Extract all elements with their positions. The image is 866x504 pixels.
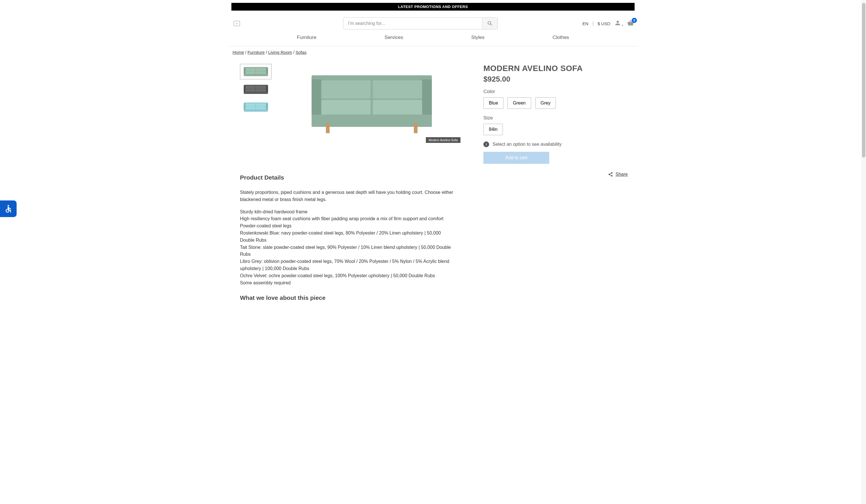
color-option-green[interactable]: Green xyxy=(508,97,531,109)
user-menu[interactable]: ▾ xyxy=(614,20,623,27)
love-heading: What we love about this piece xyxy=(240,294,455,301)
language-selector[interactable]: EN xyxy=(582,21,588,26)
svg-point-1 xyxy=(8,205,9,206)
product-details: Product Details Stately proportions, pip… xyxy=(229,174,463,301)
share-icon xyxy=(608,172,613,177)
thumbnail-1[interactable] xyxy=(240,64,271,79)
detail-line: Sturdy kiln-dried hardwood frame xyxy=(240,209,455,216)
product-area: Modern Avelino Sofa MODERN AVELINO SOFA … xyxy=(229,58,637,177)
nav-clothes[interactable]: Clothes xyxy=(553,35,569,41)
divider: | xyxy=(592,21,594,26)
search-button[interactable] xyxy=(482,18,498,29)
nav-furniture[interactable]: Furniture xyxy=(297,35,317,41)
breadcrumb-sofas[interactable]: Sofas xyxy=(296,50,307,55)
search-input[interactable] xyxy=(343,18,482,29)
availability-row: i Select an option to see availability xyxy=(484,142,633,147)
logo-image-icon xyxy=(234,21,240,26)
search-icon xyxy=(487,20,493,27)
color-option-blue[interactable]: Blue xyxy=(484,97,503,109)
color-label: Color xyxy=(484,89,633,94)
size-label: Size xyxy=(484,115,633,121)
accessibility-icon xyxy=(4,204,13,213)
thumbnail-list xyxy=(240,64,271,177)
user-icon xyxy=(614,20,621,26)
detail-line: High resiliency foam seat cushions with … xyxy=(240,215,455,223)
detail-line: Some assembly required xyxy=(240,280,455,287)
details-intro: Stately proportions, piped cushions and … xyxy=(240,189,455,203)
breadcrumb: Home/Furniture/Living Room/Sofas xyxy=(229,46,637,58)
breadcrumb-living-room[interactable]: Living Room xyxy=(268,50,292,55)
scrollbar[interactable] xyxy=(862,0,866,301)
share-label: Share xyxy=(615,172,628,177)
cart-badge: 0 xyxy=(632,18,637,23)
promo-banner[interactable]: LATEST PROMOTIONS AND OFFERS xyxy=(231,3,635,11)
details-list: Sturdy kiln-dried hardwood frame High re… xyxy=(240,209,455,287)
detail-line: Powder-coated steel legs xyxy=(240,223,455,229)
detail-line: Libro Grey: oblivion powder-coated steel… xyxy=(240,258,455,272)
add-to-cart-button[interactable]: Add to cart xyxy=(484,152,549,164)
thumbnail-2[interactable] xyxy=(240,82,271,97)
svg-point-0 xyxy=(236,23,236,23)
header-right: EN | $ USD ▾ 0 xyxy=(582,20,634,27)
detail-line: Tait Stone: slate powder-coated steel le… xyxy=(240,244,455,258)
breadcrumb-home[interactable]: Home xyxy=(233,50,244,55)
color-option-grey[interactable]: Grey xyxy=(535,97,556,109)
product-main-image[interactable]: Modern Avelino Sofa xyxy=(283,64,460,138)
detail-line: Rostenkowski Blue: navy powder-coated st… xyxy=(240,229,455,244)
size-option-84in[interactable]: 84in xyxy=(484,124,503,135)
product-title: MODERN AVELINO SOFA xyxy=(484,64,633,73)
main-nav: Furniture Services Styles Clothes xyxy=(229,35,637,46)
product-price: $925.00 xyxy=(484,75,633,83)
nav-styles[interactable]: Styles xyxy=(471,35,484,41)
availability-text: Select an option to see availability xyxy=(492,142,562,147)
chevron-down-icon: ▾ xyxy=(622,24,623,27)
thumbnail-3[interactable] xyxy=(240,99,271,115)
nav-services[interactable]: Services xyxy=(385,35,403,41)
cart-button[interactable]: 0 xyxy=(627,20,634,27)
details-heading: Product Details xyxy=(240,174,455,181)
accessibility-button[interactable] xyxy=(0,200,16,217)
color-options: Blue Green Grey xyxy=(484,97,633,109)
currency-selector[interactable]: $ USD xyxy=(598,21,610,26)
product-info: MODERN AVELINO SOFA $925.00 Color Blue G… xyxy=(472,64,633,177)
image-caption: Modern Avelino Sofa xyxy=(426,137,460,143)
info-icon: i xyxy=(484,142,489,147)
header: EN | $ USD ▾ 0 xyxy=(229,11,637,35)
scrollbar-thumb[interactable] xyxy=(862,3,865,157)
share-button[interactable]: Share xyxy=(484,172,633,177)
breadcrumb-furniture[interactable]: Furniture xyxy=(247,50,265,55)
size-options: 84in xyxy=(484,124,633,135)
detail-line: Ochre Velvet: ochre powder-coated steel … xyxy=(240,272,455,280)
search-bar xyxy=(343,18,498,30)
